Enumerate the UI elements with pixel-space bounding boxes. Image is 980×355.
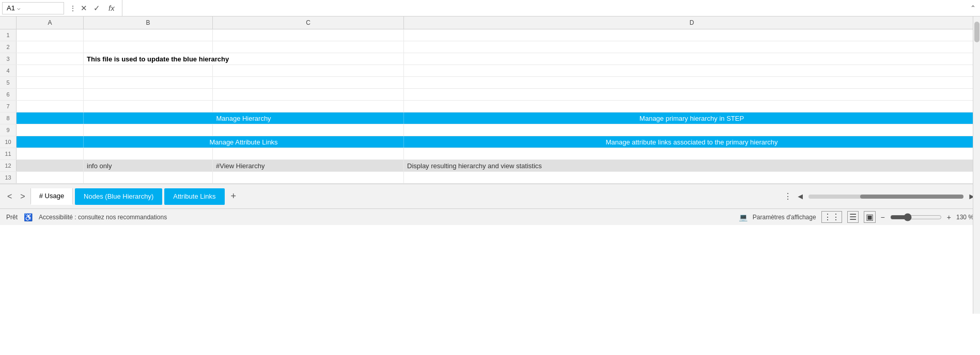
tab-attribute-links[interactable]: Attribute Links: [164, 188, 224, 205]
cell-b4[interactable]: [84, 65, 213, 76]
cell-b8[interactable]: Manage Hierarchy: [84, 112, 404, 124]
table-row: 8 Manage Hierarchy Manage primary hierar…: [0, 112, 980, 124]
table-row: 6: [0, 89, 980, 101]
col-header-a[interactable]: A: [17, 17, 84, 29]
cell-d7[interactable]: [404, 101, 980, 112]
cell-d6[interactable]: [404, 89, 980, 100]
cancel-icon[interactable]: ✕: [79, 3, 89, 14]
vertical-scrollbar[interactable]: [973, 17, 980, 314]
cell-a13[interactable]: [17, 172, 84, 183]
cell-reference-box[interactable]: A1 ⌵: [2, 2, 64, 14]
horizontal-scrollbar[interactable]: [808, 195, 963, 199]
cell-d13[interactable]: [404, 172, 980, 183]
row-number: 3: [0, 53, 17, 64]
cell-b9[interactable]: [84, 124, 213, 136]
row-number: 1: [0, 29, 17, 41]
more-options-icon[interactable]: ⋮: [69, 4, 76, 12]
accessibility-label[interactable]: Accessibilité : consultez nos recommanda…: [39, 214, 167, 221]
cell-d5[interactable]: [404, 77, 980, 88]
cell-a6[interactable]: [17, 89, 84, 100]
zoom-increase-icon[interactable]: +: [947, 213, 951, 221]
tab-usage[interactable]: # Usage: [30, 188, 73, 205]
collapse-icon[interactable]: ⌃: [968, 4, 978, 12]
tab-nodes-label: Nodes (Blue Hierarchy): [84, 192, 153, 200]
cell-a9[interactable]: [17, 124, 84, 136]
tab-scroll-left-icon[interactable]: ◄: [796, 192, 804, 201]
cell-b13[interactable]: [84, 172, 213, 183]
cell-c2[interactable]: [213, 41, 404, 53]
cell-a7[interactable]: [17, 101, 84, 112]
zoom-decrease-icon[interactable]: −: [881, 213, 885, 221]
add-tab-button[interactable]: +: [227, 189, 241, 204]
chevron-down-icon[interactable]: ⌵: [17, 5, 21, 11]
list-view-icon[interactable]: ☰: [847, 211, 859, 223]
cell-d12[interactable]: Display resulting hierarchy and view sta…: [404, 160, 980, 171]
display-settings-label[interactable]: Paramètres d'affichage: [753, 214, 816, 221]
cell-c5[interactable]: [213, 77, 404, 88]
col-header-d[interactable]: D: [404, 17, 980, 29]
tab-bar-right: ⋮ ◄ ►: [784, 191, 976, 201]
cell-d2[interactable]: [404, 41, 980, 53]
cell-c13[interactable]: [213, 172, 404, 183]
cell-a3[interactable]: [17, 53, 84, 64]
col-header-b[interactable]: B: [84, 17, 213, 29]
cell-d3[interactable]: [404, 53, 980, 64]
row-number: 13: [0, 172, 17, 183]
table-row: 2: [0, 41, 980, 53]
vertical-scrollbar-thumb: [974, 22, 979, 42]
table-row: 1: [0, 29, 980, 41]
cell-b12[interactable]: info only: [84, 160, 213, 171]
cell-d11[interactable]: [404, 148, 980, 159]
tab-nav-next[interactable]: >: [17, 190, 28, 203]
tab-usage-label: # Usage: [39, 192, 64, 200]
cell-b2[interactable]: [84, 41, 213, 53]
cell-b3[interactable]: This file is used to update the blue hie…: [84, 53, 404, 64]
formula-bar-controls: ⋮ ✕ ✓ fx: [66, 0, 122, 16]
cell-d10[interactable]: Manage attribute links associated to the…: [404, 136, 980, 148]
more-tabs-icon[interactable]: ⋮: [784, 191, 792, 201]
cell-b5[interactable]: [84, 77, 213, 88]
table-row: 11: [0, 148, 980, 160]
cell-a1[interactable]: [17, 29, 84, 41]
zoom-level: 130 %: [956, 214, 974, 221]
cell-c12[interactable]: #View Hierarchy: [213, 160, 404, 171]
cell-a8[interactable]: [17, 112, 84, 124]
zoom-slider[interactable]: [890, 213, 942, 221]
cell-c4[interactable]: [213, 65, 404, 76]
cell-c9[interactable]: [213, 124, 404, 136]
cell-c1[interactable]: [213, 29, 404, 41]
cell-d9[interactable]: [404, 124, 980, 136]
row-num-header-corner: [0, 17, 17, 29]
cell-a5[interactable]: [17, 77, 84, 88]
row-number: 7: [0, 101, 17, 112]
cell-b7[interactable]: [84, 101, 213, 112]
cell-c11[interactable]: [213, 148, 404, 159]
cell-b6[interactable]: [84, 89, 213, 100]
cell-b1[interactable]: [84, 29, 213, 41]
display-settings-icon[interactable]: 💻: [739, 213, 748, 221]
grid-view-icon[interactable]: ⋮⋮: [821, 211, 842, 223]
ready-status: Prêt: [6, 214, 18, 221]
row-number: 2: [0, 41, 17, 53]
cell-a4[interactable]: [17, 65, 84, 76]
spreadsheet-app: A1 ⌵ ⋮ ✕ ✓ fx ⌃ A B C D 1: [0, 0, 980, 355]
page-layout-icon[interactable]: ▣: [864, 211, 876, 223]
formula-bar: A1 ⌵ ⋮ ✕ ✓ fx ⌃: [0, 0, 980, 17]
cell-c6[interactable]: [213, 89, 404, 100]
cell-d1[interactable]: [404, 29, 980, 41]
cell-d4[interactable]: [404, 65, 980, 76]
tab-nav-prev[interactable]: <: [4, 190, 15, 203]
col-header-c[interactable]: C: [213, 17, 404, 29]
cell-b10[interactable]: Manage Attribute Links: [84, 136, 404, 148]
cell-d8[interactable]: Manage primary hierarchy in STEP: [404, 112, 980, 124]
cell-b11[interactable]: [84, 148, 213, 159]
cell-c7[interactable]: [213, 101, 404, 112]
tab-nodes[interactable]: Nodes (Blue Hierarchy): [75, 188, 162, 205]
cell-a11[interactable]: [17, 148, 84, 159]
function-icon[interactable]: fx: [104, 3, 119, 13]
cell-a10[interactable]: [17, 136, 84, 148]
confirm-icon[interactable]: ✓: [91, 3, 102, 14]
cell-a12[interactable]: [17, 160, 84, 171]
cell-a2[interactable]: [17, 41, 84, 53]
formula-input[interactable]: [122, 0, 968, 16]
